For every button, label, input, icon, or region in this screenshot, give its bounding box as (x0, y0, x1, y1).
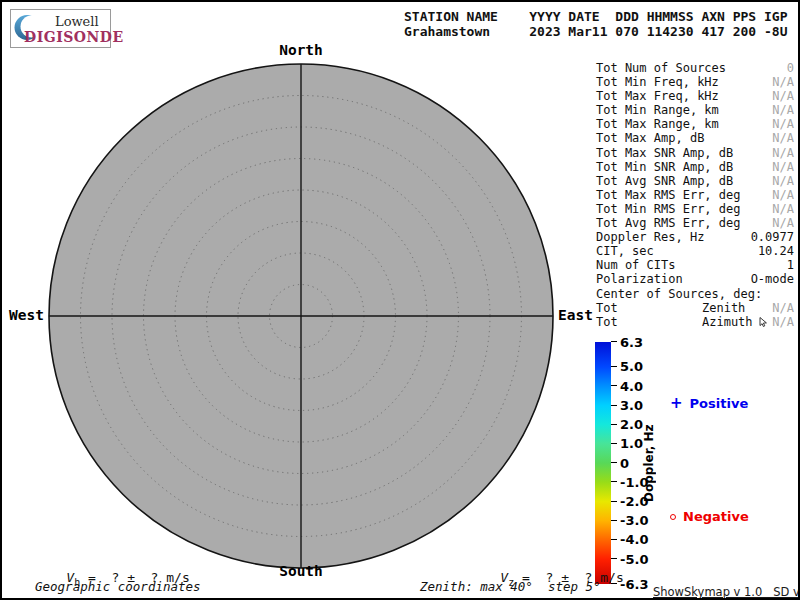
stat-value: N/A (772, 117, 794, 131)
colorbar-tick (611, 539, 617, 540)
stats-row: Tot Max RMS Err, degN/A (596, 188, 794, 202)
stats-row: Tot Avg SNR Amp, dBN/A (596, 174, 794, 188)
stat-value: N/A (772, 146, 794, 160)
stats-row: CIT, sec10.24 (596, 244, 794, 258)
stat-label: Tot Min Range, km (596, 103, 719, 117)
stat-value: N/A (772, 75, 794, 89)
stats-row: Tot Max Freq, kHzN/A (596, 89, 794, 103)
station-header: STATION NAME YYYY DATE DDD HHMMSS AXN PP… (404, 9, 788, 39)
logo-lowell-text: Lowell (55, 14, 99, 29)
stat-mid-label: Zenith (702, 301, 745, 315)
compass-north-label: North (279, 42, 323, 58)
stat-label: Tot Min SNR Amp, dB (596, 160, 733, 174)
stats-row: Tot Avg RMS Err, degN/A (596, 216, 794, 230)
stat-label: CIT, sec (596, 244, 654, 258)
stat-label: Tot Max Range, km (596, 117, 719, 131)
colorbar-tick (611, 501, 617, 502)
stat-label: Tot Max RMS Err, deg (596, 188, 741, 202)
colorbar-tick (611, 366, 617, 367)
compass-south-label: South (279, 563, 323, 579)
legend-negative: Negative (670, 509, 749, 524)
app-version-label: ShowSkymap v 1.0 SD v 5.1 (653, 585, 800, 599)
stats-row: Tot Min Range, kmN/A (596, 103, 794, 117)
coordinates-mode-label: Geographic coordinates (35, 579, 201, 594)
stat-label: Tot Min RMS Err, deg (596, 202, 741, 216)
stat-label: Tot Max Freq, kHz (596, 89, 719, 103)
stat-value: N/A (772, 216, 794, 230)
colorbar-tick-label: 4.0 (620, 380, 643, 393)
legend-positive-label: Positive (690, 396, 749, 411)
stat-label: Tot (596, 301, 618, 315)
stat-value: 0 (787, 61, 794, 75)
stats-row: Num of CITs1 (596, 258, 794, 272)
colorbar-tick (611, 462, 617, 463)
stat-value: N/A (772, 188, 794, 202)
stat-label: Tot Num of Sources (596, 61, 726, 75)
colorbar-tick-label: 3.0 (620, 399, 643, 412)
stat-label: Tot Min Freq, kHz (596, 75, 719, 89)
compass-west-label: West (4, 307, 44, 323)
stats-row: Tot Max Range, kmN/A (596, 117, 794, 131)
cursor-icon (759, 317, 768, 327)
stat-value: N/A (772, 131, 794, 145)
stats-row: Tot Min SNR Amp, dBN/A (596, 160, 794, 174)
colorbar-tick (611, 520, 617, 521)
stats-row: Tot Max SNR Amp, dBN/A (596, 146, 794, 160)
stats-row: Center of Sources, deg: (596, 287, 794, 301)
stat-label: Tot Max SNR Amp, dB (596, 146, 733, 160)
logo-digisonde-text: DIGISONDE (24, 29, 124, 45)
colorbar-tick (611, 424, 617, 425)
skymap-window: Lowell DIGISONDE STATION NAME YYYY DATE … (0, 0, 800, 600)
stats-row: Tot Max Amp, dBN/A (596, 131, 794, 145)
stat-value: N/A (772, 103, 794, 117)
stat-value: N/A (772, 202, 794, 216)
stat-label: Tot Avg RMS Err, deg (596, 216, 741, 230)
stat-value: N/A (772, 174, 794, 188)
stat-label: Center of Sources, deg: (596, 287, 762, 301)
stat-label: Tot Max Amp, dB (596, 131, 704, 145)
stat-label: Polarization (596, 272, 683, 286)
stat-value: N/A (772, 89, 794, 103)
stat-value: 1 (787, 258, 794, 272)
stat-label: Tot (596, 315, 618, 329)
stat-value: O-mode (751, 272, 794, 286)
colorbar-tick-label: 6.3 (620, 336, 643, 349)
stats-row: Doppler Res, Hz0.0977 (596, 230, 794, 244)
legend-positive: + Positive (670, 396, 748, 411)
colorbar-tick-label: 1.0 (620, 437, 643, 450)
colorbar-tick (611, 481, 617, 482)
zenith-range-label: Zenith: max 40° step 5° (420, 579, 601, 594)
stat-label: Tot Avg SNR Amp, dB (596, 174, 733, 188)
colorbar-tick (611, 443, 617, 444)
stats-row: TotAzimuthN/A (596, 315, 794, 329)
colorbar-tick-label: 0 (620, 457, 629, 470)
stats-row: Tot Num of Sources0 (596, 61, 794, 75)
stats-row: Tot Min Freq, kHzN/A (596, 75, 794, 89)
stats-row: PolarizationO-mode (596, 272, 794, 286)
lowell-digisonde-logo: Lowell DIGISONDE (10, 9, 111, 48)
stat-mid-label: Azimuth (702, 315, 768, 329)
compass-east-label: East (558, 307, 593, 323)
colorbar-axis-label: Doppler, Hz (642, 342, 660, 584)
legend-negative-label: Negative (683, 509, 749, 524)
colorbar-tick (611, 385, 617, 386)
stats-panel: Tot Num of Sources0Tot Min Freq, kHzN/AT… (596, 61, 794, 329)
colorbar-tick-label: 2.0 (620, 418, 643, 431)
stats-row: Tot Min RMS Err, degN/A (596, 202, 794, 216)
header-values: Grahamstown 2023 Mar11 070 114230 417 20… (404, 24, 788, 39)
stat-label: Doppler Res, Hz (596, 230, 704, 244)
colorbar-tick (611, 405, 617, 406)
colorbar-tick-label: 5.0 (620, 360, 643, 373)
stat-value: N/A (772, 160, 794, 174)
plus-icon: + (670, 397, 683, 410)
stat-label: Num of CITs (596, 258, 675, 272)
stats-row: TotZenithN/A (596, 301, 794, 315)
stat-value: 10.24 (758, 244, 794, 258)
stat-value: 0.0977 (751, 230, 794, 244)
colorbar-tick (611, 341, 617, 342)
stat-value: N/A (772, 315, 794, 329)
stat-value: N/A (772, 301, 794, 315)
circle-icon (670, 514, 676, 520)
header-columns: STATION NAME YYYY DATE DDD HHMMSS AXN PP… (404, 9, 788, 24)
skymap-plot (45, 60, 557, 572)
